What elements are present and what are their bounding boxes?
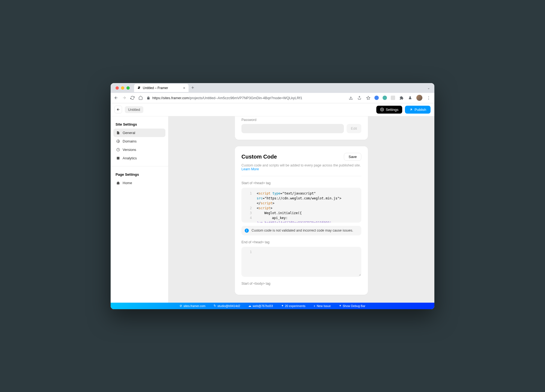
sidebar-item-domains[interactable]: Domains (113, 137, 165, 145)
plus-icon: + (314, 304, 315, 308)
house-icon (116, 181, 120, 185)
custom-code-description: Custom code and scripts will be added to… (241, 163, 361, 176)
debug-studio[interactable]: ↻studio@b9414d2 (214, 304, 240, 308)
sidebar-item-general[interactable]: General (113, 129, 165, 137)
gear-icon (380, 108, 384, 111)
traffic-lights (113, 86, 132, 90)
maximize-window[interactable] (126, 86, 130, 90)
star-icon[interactable] (366, 95, 371, 100)
extension-3-icon[interactable] (391, 96, 395, 100)
toolbar-actions: ⋮ (348, 95, 431, 101)
head-start-label: Start of <head> tag (241, 181, 361, 185)
app-header: Untitled Settings Publish (111, 103, 434, 116)
profile-avatar[interactable] (416, 95, 422, 101)
body-start-label: Start of <body> tag (241, 282, 361, 285)
close-window[interactable] (116, 86, 119, 90)
settings-button[interactable]: Settings (376, 106, 402, 114)
sidebar-item-home[interactable]: Home (113, 179, 165, 187)
kebab-menu-icon[interactable]: ⋮ (426, 95, 431, 100)
home-icon[interactable] (138, 96, 143, 100)
framer-icon (137, 86, 141, 90)
download-icon[interactable] (348, 95, 353, 100)
browser-tab[interactable]: Untitled – Framer × (134, 84, 189, 92)
tab-strip: Untitled – Framer × + ⌄ (111, 83, 434, 93)
debug-site[interactable]: ⊘sites.framer.com (180, 304, 205, 308)
password-card: Password Edit (235, 116, 368, 140)
info-icon: i (245, 229, 249, 233)
head-end-label: End of <head> tag (241, 240, 361, 244)
password-input[interactable] (241, 124, 344, 133)
new-tab-button[interactable]: + (191, 85, 194, 91)
arrow-up-right-icon (409, 108, 413, 111)
validation-warning: i Custom code is not validated and incor… (241, 226, 361, 235)
app-back-button[interactable] (114, 106, 122, 113)
chart-icon (116, 156, 120, 160)
page-settings-heading: Page Settings (113, 170, 165, 179)
file-icon (116, 131, 120, 135)
extension-1-icon[interactable] (374, 96, 379, 100)
url-field[interactable]: https://sites.framer.com/projects/Untitl… (147, 96, 344, 100)
app-body: Site Settings General Domains Versions A… (111, 116, 434, 303)
site-settings-heading: Site Settings (113, 120, 165, 129)
sidebar-item-versions[interactable]: Versions (113, 145, 165, 154)
close-tab-icon[interactable]: × (183, 86, 185, 90)
sidebar-item-analytics[interactable]: Analytics (113, 154, 165, 162)
debug-show-bar[interactable]: ✶Show Debug Bar (339, 304, 365, 308)
share-icon[interactable] (357, 95, 362, 100)
project-title[interactable]: Untitled (125, 106, 143, 113)
head-end-editor[interactable]: 1 ◢ (241, 247, 361, 277)
debug-experiments[interactable]: ✦20 experiments (281, 304, 305, 308)
sidebar: Site Settings General Domains Versions A… (111, 116, 168, 303)
url-text: https://sites.framer.com/projects/Untitl… (152, 96, 302, 100)
refresh-icon: ↻ (214, 304, 216, 308)
globe-icon (116, 139, 120, 143)
forward-icon[interactable] (122, 96, 126, 100)
head-start-editor[interactable]: 1<script type="text/javascript" src="htt… (241, 188, 361, 223)
tabs-overflow-icon[interactable]: ⌄ (427, 86, 430, 90)
minimize-window[interactable] (121, 86, 124, 90)
flask-icon[interactable] (408, 95, 413, 100)
custom-code-card: Custom Code Save Custom code and scripts… (235, 146, 368, 295)
learn-more-link[interactable]: Learn More (241, 167, 259, 171)
cloud-icon: ☁ (248, 304, 251, 308)
browser-window: Untitled – Framer × + ⌄ https://sites.fr… (111, 83, 434, 309)
save-button[interactable]: Save (344, 153, 361, 161)
circle-slash-icon: ⊘ (180, 304, 182, 308)
debug-new-issue[interactable]: +New Issue (314, 304, 331, 308)
content-area: Password Edit Custom Code Save Custom co… (168, 116, 434, 303)
clock-icon (116, 148, 120, 151)
custom-code-title: Custom Code (241, 154, 277, 160)
debug-bar: ⊘sites.framer.com ↻studio@b9414d2 ☁web@7… (111, 303, 434, 309)
publish-button[interactable]: Publish (405, 106, 431, 114)
password-label: Password (241, 118, 361, 122)
extension-2-icon[interactable] (383, 96, 387, 100)
wand-icon: ✶ (339, 304, 341, 308)
sparkle-icon: ✦ (281, 304, 284, 308)
sidebar-divider (111, 166, 168, 166)
tab-title: Untitled – Framer (143, 86, 168, 90)
address-bar: https://sites.framer.com/projects/Untitl… (111, 93, 434, 103)
reload-icon[interactable] (130, 96, 135, 100)
svg-rect-3 (117, 157, 119, 159)
puzzle-icon[interactable] (399, 95, 404, 100)
password-edit-button[interactable]: Edit (347, 124, 361, 133)
lock-icon (147, 96, 150, 100)
resize-handle-icon[interactable]: ◢ (359, 273, 361, 276)
back-icon[interactable] (114, 96, 118, 100)
debug-web[interactable]: ☁web@767bd33 (248, 304, 273, 308)
svg-point-0 (382, 109, 383, 110)
